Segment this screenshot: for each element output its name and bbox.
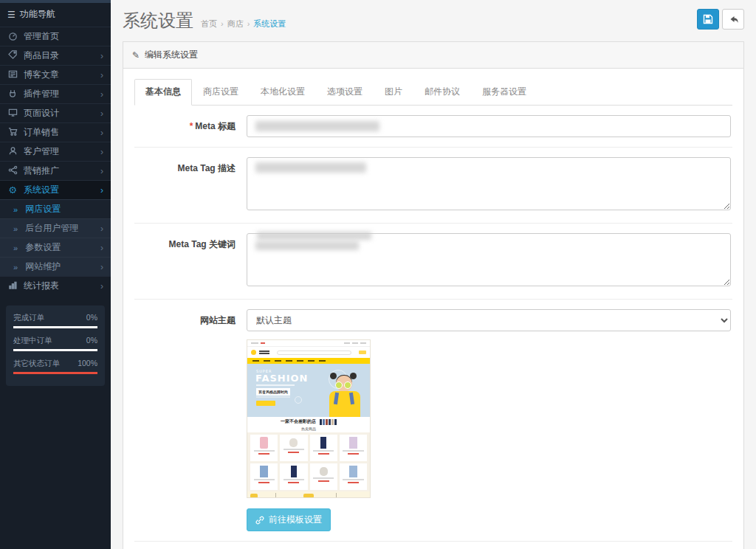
- back-button[interactable]: [722, 9, 744, 30]
- bar-chart-icon: [7, 280, 18, 292]
- chevron-right-icon: ›: [100, 166, 103, 176]
- theme-select[interactable]: 默认主题: [247, 309, 731, 331]
- sidebar-item-catalog[interactable]: 商品目录 ›: [0, 46, 111, 65]
- preview-search-bar: [277, 351, 351, 355]
- dashboard-icon: [7, 31, 18, 43]
- chevron-right-icon: ›: [100, 243, 103, 253]
- sidebar-item-design[interactable]: 页面设计 ›: [0, 103, 111, 122]
- preview-model-photo: [326, 373, 364, 417]
- tab-option[interactable]: 选项设置: [316, 79, 374, 106]
- sidebar-subitem-store-settings[interactable]: » 网店设置: [0, 199, 111, 218]
- double-chevron-icon: »: [13, 205, 18, 214]
- progress-bar: [13, 326, 97, 328]
- stat-label: 其它状态订单: [13, 359, 60, 369]
- tab-store[interactable]: 商店设置: [192, 79, 250, 106]
- floppy-icon: [703, 14, 713, 24]
- sidebar-subitem-label: 网店设置: [25, 203, 103, 215]
- double-chevron-icon: »: [13, 244, 18, 252]
- order-stats-box: 完成订单 0% 处理中订单 0% 其它状态订单 100%: [6, 305, 105, 386]
- link-icon: [255, 516, 264, 525]
- theme-label: 网站主题: [134, 309, 247, 531]
- sidebar-item-marketing[interactable]: 营销推广 ›: [0, 161, 111, 180]
- theme-preview-image: SUPER FASHION 百变风格品牌时尚: [247, 339, 371, 498]
- sidebar-subitem-label: 网站维护: [25, 260, 94, 273]
- tab-mail[interactable]: 邮件协议: [413, 79, 471, 106]
- chevron-right-icon: ›: [100, 108, 103, 119]
- preview-cart: [359, 351, 366, 354]
- sidebar-item-dashboard[interactable]: 管理首页: [0, 27, 111, 46]
- sidebar-subitem-parameters[interactable]: » 参数设置 ›: [0, 238, 111, 257]
- preview-promo-strip: 一家不会差彩的店: [247, 417, 370, 427]
- form-group-meta-keywords: Meta Tag 关键词: [134, 224, 732, 300]
- cart-icon: [7, 127, 18, 139]
- redacted-value: [257, 232, 371, 240]
- save-button[interactable]: [697, 9, 719, 30]
- breadcrumb: 首页 商店 系统设置: [201, 18, 286, 30]
- sidebar-item-label: 营销推广: [24, 165, 94, 177]
- sidebar-item-customers[interactable]: 客户管理 ›: [0, 142, 111, 161]
- preview-hero-slogan: 百变风格品牌时尚: [256, 388, 290, 396]
- redacted-value: [255, 162, 366, 173]
- sidebar-item-label: 客户管理: [24, 145, 94, 158]
- tag-icon: [7, 50, 18, 62]
- chevron-right-icon: ›: [100, 281, 103, 291]
- progress-bar: [13, 372, 97, 374]
- sidebar-header[interactable]: ☰ 功能导航: [0, 3, 111, 27]
- sidebar-header-label: 功能导航: [20, 8, 55, 21]
- chevron-right-icon: ›: [100, 128, 103, 138]
- user-icon: [7, 146, 18, 158]
- tab-server[interactable]: 服务器设置: [471, 79, 537, 106]
- chevron-right-icon: ›: [100, 70, 103, 80]
- sidebar-item-label: 商品目录: [24, 49, 94, 62]
- tab-general[interactable]: 基本信息: [134, 79, 192, 106]
- stat-value: 100%: [78, 359, 97, 369]
- preview-header: [247, 347, 370, 358]
- sidebar-item-reports[interactable]: 统计报表 ›: [0, 276, 111, 295]
- required-asterisk: *: [190, 121, 193, 131]
- double-chevron-icon: »: [13, 224, 18, 233]
- chevron-right-icon: ›: [100, 51, 103, 61]
- sidebar-item-system[interactable]: ⚙ 系统设置 ›: [0, 180, 111, 199]
- sidebar-item-label: 插件管理: [24, 88, 94, 100]
- preview-footer-strip: [247, 491, 370, 498]
- stat-other-orders: 其它状态订单 100%: [13, 359, 97, 374]
- preview-hero-banner: SUPER FASHION 百变风格品牌时尚: [247, 364, 370, 417]
- stat-processing-orders: 处理中订单 0%: [13, 336, 97, 351]
- breadcrumb-store[interactable]: 商店: [217, 18, 244, 30]
- sidebar-item-label: 管理首页: [24, 30, 103, 43]
- meta-description-label: Meta Tag 描述: [134, 157, 247, 213]
- sidebar-subitem-admin-users[interactable]: » 后台用户管理 ›: [0, 218, 111, 238]
- double-chevron-icon: »: [13, 263, 18, 272]
- gear-icon: ⚙: [7, 184, 18, 196]
- form-group-layout: 默认布局 默认: [134, 542, 732, 549]
- sidebar-item-label: 页面设计: [24, 107, 94, 120]
- preview-section-title: 热卖商品: [247, 427, 370, 432]
- stat-completed-orders: 完成订单 0%: [13, 313, 97, 328]
- tab-image[interactable]: 图片: [374, 79, 413, 106]
- chevron-right-icon: ›: [100, 262, 103, 272]
- preview-hero-button: [256, 401, 275, 406]
- chevron-right-icon: ›: [100, 147, 103, 157]
- page-title: 系统设置: [123, 9, 193, 32]
- form-group-theme: 网站主题 默认主题: [134, 300, 732, 542]
- settings-panel: ✎ 编辑系统设置 基本信息 商店设置 本地化设置 选项设置 图片 邮件协议 服务…: [123, 41, 744, 549]
- monitor-icon: [7, 108, 18, 120]
- sidebar-subitem-maintenance[interactable]: » 网站维护 ›: [0, 257, 111, 276]
- hamburger-icon: ☰: [7, 10, 16, 20]
- sidebar-item-label: 系统设置: [24, 184, 94, 196]
- template-button-label: 前往模板设置: [269, 514, 322, 526]
- tab-local[interactable]: 本地化设置: [250, 79, 316, 106]
- sidebar-item-blog[interactable]: 博客文章 ›: [0, 65, 111, 84]
- breadcrumb-home[interactable]: 首页: [201, 18, 217, 30]
- sidebar-item-extensions[interactable]: 插件管理 ›: [0, 84, 111, 103]
- preview-hero-title: FASHION: [255, 373, 308, 384]
- go-to-template-settings-button[interactable]: 前往模板设置: [247, 508, 331, 531]
- sidebar-item-sales[interactable]: 订单销售 ›: [0, 122, 111, 142]
- meta-keywords-label: Meta Tag 关键词: [134, 233, 247, 289]
- preview-logo: [251, 350, 256, 355]
- breadcrumb-current[interactable]: 系统设置: [244, 18, 286, 30]
- page-header: 系统设置 首页 商店 系统设置: [111, 0, 756, 40]
- preview-navbar: [247, 358, 370, 364]
- sidebar-item-label: 订单销售: [24, 126, 94, 139]
- panel-heading: ✎ 编辑系统设置: [123, 42, 743, 69]
